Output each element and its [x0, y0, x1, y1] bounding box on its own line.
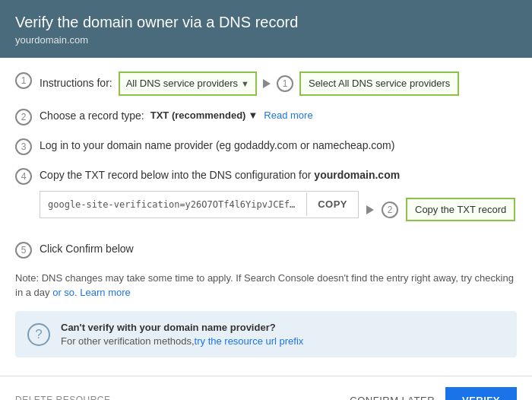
read-more-link[interactable]: Read more — [264, 108, 312, 123]
page-title: Verify the domain owner via a DNS record — [15, 14, 517, 31]
step-3-content: Log in to your domain name provider (eg … — [40, 138, 517, 154]
step-2-row: 2 Choose a record type: TXT (recommended… — [15, 108, 517, 125]
delete-resource-button[interactable]: DELETE RESOURCE — [15, 395, 111, 400]
record-type-value: TXT (recommended) — [150, 108, 246, 123]
resource-url-prefix-link[interactable]: try the resource url prefix — [195, 335, 304, 347]
txt-record-value: google-site-verification=y26O7OTf4l6Yipv… — [40, 192, 306, 217]
header-domain: yourdomain.com — [15, 34, 517, 46]
callout-badge-2: 2 — [382, 202, 398, 218]
question-icon: ? — [27, 323, 50, 346]
arrow-icon-2 — [366, 205, 374, 214]
step-5-row: 5 Click Confirm below — [15, 241, 517, 259]
step-1-content: Instructions for: All DNS service provid… — [40, 71, 517, 96]
record-type-select[interactable]: TXT (recommended) ▼ — [150, 108, 258, 123]
step-4-row: 4 Copy the TXT record below into the DNS… — [15, 167, 517, 229]
main-content: 1 Instructions for: All DNS service prov… — [0, 58, 532, 365]
callout-text-2: Copy the TXT record — [406, 198, 515, 222]
footer-right-actions: CONFIRM LATER VERIFY — [350, 387, 517, 401]
help-box: ? Can't verify with your domain name pro… — [15, 311, 517, 357]
footer: DELETE RESOURCE CONFIRM LATER VERIFY — [0, 376, 532, 401]
help-title: Can't verify with your domain name provi… — [61, 322, 303, 333]
or-so-link[interactable]: or so. — [52, 287, 78, 298]
step-1-row: 1 Instructions for: All DNS service prov… — [15, 71, 517, 96]
step-4-number: 4 — [15, 168, 32, 185]
page-header: Verify the domain owner via a DNS record… — [0, 0, 532, 58]
step-4-content: Copy the TXT record below into the DNS c… — [40, 167, 517, 229]
help-text-before: For other verification methods, — [61, 335, 195, 347]
record-type-chevron-icon: ▼ — [248, 108, 258, 123]
learn-more-link[interactable]: Learn more — [80, 287, 130, 298]
txt-record-container: google-site-verification=y26O7OTf4l6Yipv… — [40, 191, 359, 218]
step-3-row: 3 Log in to your domain name provider (e… — [15, 138, 517, 155]
step-3-text: Log in to your domain name provider (eg … — [40, 139, 394, 151]
note-section: Note: DNS changes may take some time to … — [15, 271, 517, 300]
help-text-container: Can't verify with your domain name provi… — [61, 322, 303, 347]
verify-button[interactable]: VERIFY — [445, 387, 517, 401]
step-3-number: 3 — [15, 138, 32, 155]
step-2-content: Choose a record type: TXT (recommended) … — [40, 108, 517, 124]
dns-provider-select[interactable]: All DNS service providers ▼ — [119, 71, 257, 96]
step-5-number: 5 — [15, 242, 32, 259]
arrow-icon — [263, 79, 271, 88]
record-type-label: Choose a record type: — [40, 108, 144, 124]
step-5-content: Click Confirm below — [40, 241, 517, 257]
step-4-text-before: Copy the TXT record below into the DNS c… — [40, 169, 314, 181]
confirm-later-button[interactable]: CONFIRM LATER — [350, 395, 435, 401]
instructions-label: Instructions for: — [40, 75, 112, 91]
help-body: For other verification methods,try the r… — [61, 335, 303, 347]
step-5-text: Click Confirm below — [40, 243, 134, 255]
step-1-number: 1 — [15, 72, 32, 89]
dns-provider-value: All DNS service providers — [126, 76, 238, 91]
chevron-down-icon: ▼ — [241, 78, 249, 90]
copy-button[interactable]: COPY — [306, 192, 358, 216]
callout-text-1: Select All DNS service providers — [299, 71, 459, 96]
step-4-domain: yourdomain.com — [314, 169, 400, 181]
callout-badge-1: 1 — [277, 75, 293, 92]
step-2-number: 2 — [15, 109, 32, 125]
